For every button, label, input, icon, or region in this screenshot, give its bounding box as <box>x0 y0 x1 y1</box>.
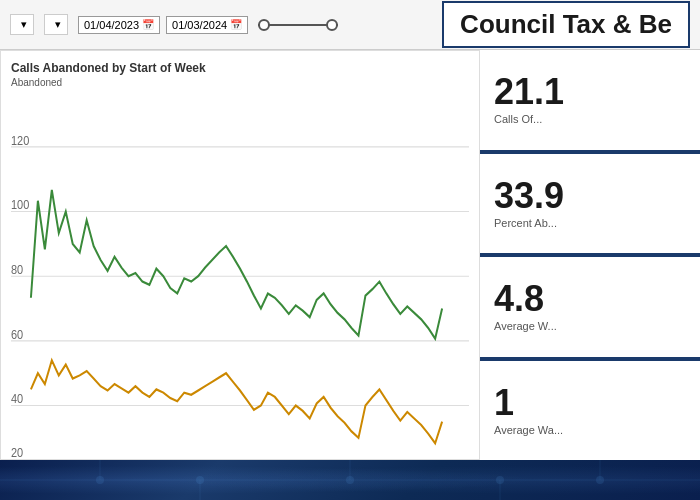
metric-card-4: 1 Average Wa... <box>480 361 700 461</box>
dropdown-1[interactable]: ▾ <box>10 14 34 35</box>
calendar-icon-to: 📅 <box>230 19 242 30</box>
right-panel: 21.1 Calls Of... 33.9 Percent Ab... 4.8 … <box>480 50 700 460</box>
circuit-decoration <box>0 460 700 500</box>
date-from-box[interactable]: 01/04/2023 📅 <box>78 16 160 34</box>
svg-text:60: 60 <box>11 328 23 340</box>
date-filter: 01/04/2023 📅 01/03/2024 📅 <box>78 16 248 34</box>
slider-handle-right[interactable] <box>326 19 338 31</box>
metric-value-1: 21.1 <box>494 74 564 110</box>
date-to-value: 01/03/2024 <box>172 19 227 31</box>
chart-svg: 120 100 80 60 40 20 2023 Jul 2023 Sep 20… <box>11 93 469 460</box>
date-from-value: 01/04/2023 <box>84 19 139 31</box>
svg-text:40: 40 <box>11 393 23 405</box>
green-line <box>31 190 442 339</box>
metric-value-3: 4.8 <box>494 281 544 317</box>
date-slider[interactable] <box>258 24 432 26</box>
metric-label-3: Average W... <box>494 320 557 332</box>
metric-card-1: 21.1 Calls Of... <box>480 50 700 152</box>
chevron-down-icon-2: ▾ <box>55 18 61 31</box>
main-container: ▾ ▾ 01/04/2023 📅 01/03/2024 📅 Cou <box>0 0 700 500</box>
chart-area: Calls Abandoned by Start of Week Abandon… <box>0 50 480 460</box>
metric-label-2: Percent Ab... <box>494 217 557 229</box>
chart-title: Calls Abandoned by Start of Week <box>11 61 469 75</box>
metric-card-3: 4.8 Average W... <box>480 257 700 359</box>
orange-line <box>31 360 442 443</box>
svg-text:20: 20 <box>11 447 23 459</box>
dropdown-2[interactable]: ▾ <box>44 14 68 35</box>
calendar-icon-from: 📅 <box>142 19 154 30</box>
slider-handle-left[interactable] <box>258 19 270 31</box>
page-title-text: Council Tax & Be <box>460 9 672 39</box>
date-to-box[interactable]: 01/03/2024 📅 <box>166 16 248 34</box>
metric-label-1: Calls Of... <box>494 113 542 125</box>
chart-y-label: Abandoned <box>11 77 469 88</box>
metric-card-2: 33.9 Percent Ab... <box>480 154 700 256</box>
svg-text:80: 80 <box>11 264 23 276</box>
slider-track <box>258 24 338 26</box>
chevron-down-icon-1: ▾ <box>21 18 27 31</box>
page-title: Council Tax & Be <box>442 1 690 48</box>
bottom-decorative-bar <box>0 460 700 500</box>
svg-text:120: 120 <box>11 134 29 146</box>
svg-text:100: 100 <box>11 199 29 211</box>
top-bar: ▾ ▾ 01/04/2023 📅 01/03/2024 📅 Cou <box>0 0 700 50</box>
content-area: Calls Abandoned by Start of Week Abandon… <box>0 50 700 460</box>
metric-label-4: Average Wa... <box>494 424 563 436</box>
metric-value-4: 1 <box>494 385 514 421</box>
metric-value-2: 33.9 <box>494 178 564 214</box>
